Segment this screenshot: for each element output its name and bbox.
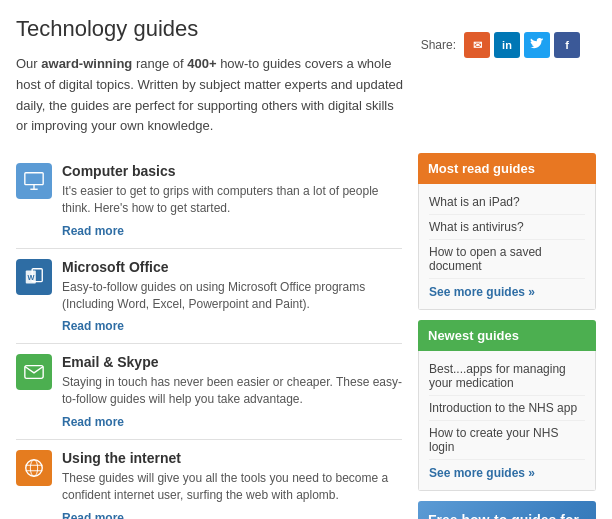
- email-skype-title: Email & Skype: [62, 354, 402, 370]
- most-read-header: Most read guides: [418, 153, 596, 184]
- svg-rect-0: [25, 173, 43, 185]
- most-read-see-more[interactable]: See more guides »: [429, 279, 585, 303]
- svg-point-7: [26, 460, 43, 477]
- newest-see-more[interactable]: See more guides »: [429, 460, 585, 484]
- microsoft-office-title: Microsoft Office: [62, 259, 402, 275]
- computer-basics-desc: It's easier to get to grips with compute…: [62, 183, 402, 217]
- internet-read-more[interactable]: Read more: [62, 511, 124, 519]
- guide-item-internet: Using the internet These guides will giv…: [16, 440, 402, 519]
- email-skype-text: Email & Skype Staying in touch has never…: [62, 354, 402, 429]
- sidebar: Most read guides What is an iPad? What i…: [418, 153, 596, 519]
- most-read-panel: Most read guides What is an iPad? What i…: [418, 153, 596, 310]
- share-twitter-button[interactable]: [524, 32, 550, 58]
- share-linkedin-button[interactable]: in: [494, 32, 520, 58]
- email-skype-desc: Staying in touch has never been easier o…: [62, 374, 402, 408]
- newest-body: Best....apps for managing your medicatio…: [418, 351, 596, 491]
- newest-link-2[interactable]: How to create your NHS login: [429, 421, 585, 460]
- internet-desc: These guides will give you all the tools…: [62, 470, 402, 504]
- svg-text:W: W: [28, 273, 35, 282]
- promo-title: Free how-to guides for your website: [428, 511, 586, 519]
- most-read-body: What is an iPad? What is antivirus? How …: [418, 184, 596, 310]
- microsoft-office-text: Microsoft Office Easy-to-follow guides o…: [62, 259, 402, 334]
- guides-list: Computer basics It's easier to get to gr…: [16, 153, 402, 519]
- newest-header: Newest guides: [418, 320, 596, 351]
- share-email-button[interactable]: ✉: [464, 32, 490, 58]
- newest-link-0[interactable]: Best....apps for managing your medicatio…: [429, 357, 585, 396]
- computer-basics-title: Computer basics: [62, 163, 402, 179]
- microsoft-office-desc: Easy-to-follow guides on using Microsoft…: [62, 279, 402, 313]
- newest-link-1[interactable]: Introduction to the NHS app: [429, 396, 585, 421]
- internet-text: Using the internet These guides will giv…: [62, 450, 402, 519]
- most-read-link-1[interactable]: What is antivirus?: [429, 215, 585, 240]
- promo-panel: Free how-to guides for your website Why …: [418, 501, 596, 519]
- most-read-link-2[interactable]: How to open a saved document: [429, 240, 585, 279]
- email-skype-read-more[interactable]: Read more: [62, 415, 124, 429]
- guide-item-microsoft-office: W Microsoft Office Easy-to-follow guides…: [16, 249, 402, 345]
- svg-point-8: [30, 460, 37, 477]
- svg-rect-6: [25, 366, 43, 379]
- intro-paragraph: Our award-winning range of 400+ how-to g…: [16, 54, 406, 137]
- share-facebook-button[interactable]: f: [554, 32, 580, 58]
- newest-panel: Newest guides Best....apps for managing …: [418, 320, 596, 491]
- share-label: Share:: [421, 38, 456, 52]
- guide-item-email-skype: Email & Skype Staying in touch has never…: [16, 344, 402, 440]
- computer-basics-read-more[interactable]: Read more: [62, 224, 124, 238]
- guide-item-computer-basics: Computer basics It's easier to get to gr…: [16, 153, 402, 249]
- microsoft-office-icon: W: [16, 259, 52, 295]
- microsoft-office-read-more[interactable]: Read more: [62, 319, 124, 333]
- most-read-link-0[interactable]: What is an iPad?: [429, 190, 585, 215]
- internet-title: Using the internet: [62, 450, 402, 466]
- share-bar: Share: ✉ in f: [421, 32, 580, 58]
- computer-basics-icon: [16, 163, 52, 199]
- internet-icon: [16, 450, 52, 486]
- email-skype-icon: [16, 354, 52, 390]
- computer-basics-text: Computer basics It's easier to get to gr…: [62, 163, 402, 238]
